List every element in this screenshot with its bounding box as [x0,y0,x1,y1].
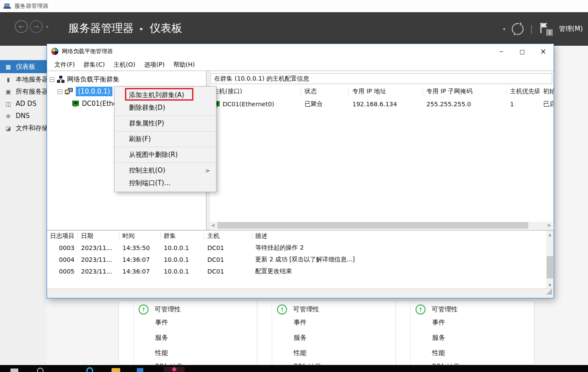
log-cell-entry: 0005 [47,268,78,275]
horizontal-scrollbar-thumb[interactable] [217,222,528,229]
tile-link-services[interactable]: 服务 [294,334,307,342]
dashboard-tile: ↑ 可管理性 事件 服务 性能 BPA 结果 [118,301,257,365]
column-header-dedicated-ip[interactable]: 专用 IP 地址 [349,87,423,96]
log-column-date[interactable]: 日期 [78,232,119,240]
tile-link-performance[interactable]: 性能 [432,349,445,357]
log-panel: 日志项目 日期 时间 群集 主机 描述 0003 2023/11... 14:3… [47,230,554,289]
tile-link-events[interactable]: 事件 [294,318,307,327]
tile-link-services[interactable]: 服务 [155,334,168,342]
log-cell-description: 等待挂起的操作 2 [252,244,546,252]
menu-item-cluster-properties[interactable]: 群集属性(P) [115,117,216,130]
column-header-host-interface[interactable]: 主机(接口) [210,87,301,96]
scroll-up-icon[interactable]: ∧ [546,231,554,238]
menu-item-control-host[interactable]: 控制主机(O) > [115,164,216,177]
menu-item-delete-cluster[interactable]: 删除群集(D) [115,101,216,114]
sidebar-item-label: 仪表板 [16,63,35,71]
column-header-priority[interactable]: 主机优先级 [507,87,540,96]
scroll-left-icon[interactable]: < [210,222,217,229]
host-table-row[interactable]: DC01(Ethernet0) 已聚合 192.168.6.134 255.25… [210,98,554,110]
tile-title[interactable]: 可管理性 [293,305,319,314]
forward-button[interactable]: → [30,20,43,33]
vertical-scrollbar-thumb[interactable] [547,256,553,278]
sidebar-item-dns[interactable]: ⊕ DNS [0,110,47,122]
log-row[interactable]: 0004 2023/11... 14:36:07 10.0.0.1 DC01 更… [47,254,546,265]
breadcrumb-current[interactable]: 仪表板 [150,21,182,35]
log-column-description[interactable]: 描述 [252,232,546,240]
nav-history-caret-icon[interactable]: ▾ [46,24,48,29]
cluster-info-bar: 在群集 (10.0.0.1) 的主机配置信息 [210,73,552,84]
resize-grip[interactable] [547,288,552,297]
notification-badge[interactable]: 1 [546,29,553,36]
menu-help[interactable]: 帮助(H) [169,61,199,69]
log-column-time[interactable]: 时间 [119,232,161,240]
menu-options[interactable]: 选项(P) [140,61,169,69]
taskbar-start-button[interactable] [10,369,18,372]
local-server-icon: ▮ [5,76,12,83]
sidebar-item-ad-ds[interactable]: ◫ AD DS [0,98,47,110]
menu-separator [115,162,216,163]
sidebar-item-dashboard[interactable]: ▦ 仪表板 [0,60,47,73]
back-button[interactable]: ← [15,20,28,33]
column-header-initial-state[interactable]: 初始主机状态 [540,87,554,96]
taskbar-app-icon[interactable] [164,367,185,372]
log-cell-description: 配置更改结束 [252,267,546,275]
notifications-flag-button[interactable]: 1 [539,22,550,35]
maximize-button[interactable]: □ [512,44,533,59]
sidebar-item-local-server[interactable]: ▮ 本地服务器 [0,73,47,85]
log-column-host[interactable]: 主机 [204,232,252,240]
log-row[interactable]: 0003 2023/11... 14:35:50 10.0.0.1 DC01 等… [47,242,546,254]
menu-item-control-ports[interactable]: 控制端口(T)... [115,177,216,189]
nlb-titlebar[interactable]: 网络负载平衡管理器 ─ □ × [47,44,554,59]
scroll-right-icon[interactable]: > [545,222,553,229]
menu-file[interactable]: 文件(F) [50,61,79,69]
tile-title[interactable]: 可管理性 [432,305,458,314]
log-column-entry[interactable]: 日志项目 [47,232,78,240]
taskbar-window-icon[interactable] [137,368,143,372]
taskbar-search-icon[interactable] [37,368,44,372]
log-row[interactable]: 0005 2023/11... 14:36:07 10.0.0.1 DC01 配… [47,265,546,277]
column-header-status[interactable]: 状态 [301,87,349,96]
menu-item-label: 控制主机(O) [129,166,166,175]
log-cell-host: DC01 [204,268,252,275]
breadcrumb-root[interactable]: 服务器管理器 [68,21,134,35]
log-column-cluster[interactable]: 群集 [161,232,204,240]
tile-divider [133,301,134,365]
close-button[interactable]: × [533,44,554,59]
taskbar-ie-icon[interactable] [86,367,93,372]
sidebar-item-all-servers[interactable]: ▣ 所有服务器 [0,85,47,98]
menu-cluster[interactable]: 群集(C) [79,61,109,69]
tile-link-events[interactable]: 事件 [432,318,445,327]
taskbar-explorer-icon[interactable] [112,368,120,372]
manage-menu[interactable]: 管理(M) [559,25,583,33]
menu-item-refresh[interactable]: 刷新(F) [115,133,216,145]
log-cell-host: DC01 [204,256,252,263]
vertical-scrollbar[interactable]: ∧ ∨ [546,230,554,289]
nlb-window-title: 网络负载平衡管理器 [62,47,113,55]
maximize-icon: □ [520,48,525,55]
tile-link-services[interactable]: 服务 [432,334,445,342]
server-caret-icon[interactable]: ▾ [503,27,505,31]
status-bar [47,288,554,298]
log-cell-date: 2023/11... [78,256,119,263]
collapse-icon[interactable]: − [50,77,54,82]
tile-link-performance[interactable]: 性能 [155,349,168,357]
tile-title[interactable]: 可管理性 [155,305,181,314]
horizontal-scrollbar[interactable]: < > [210,222,553,229]
column-header-subnet-mask[interactable]: 专用 IP 子网掩码 [423,87,507,96]
sidebar-item-file-storage[interactable]: ◪ 文件和存储服务 [0,122,47,134]
tree-cluster-label-selected[interactable]: (10.0.0.1) [76,87,112,96]
tile-link-performance[interactable]: 性能 [294,349,307,357]
tile-link-events[interactable]: 事件 [155,318,168,327]
menu-separator [115,115,216,116]
scroll-down-icon[interactable]: ∨ [546,281,554,288]
host-icon [72,101,79,107]
diamond-icon [172,367,176,372]
menu-item-remove-from-view[interactable]: 从视图中删除(R) [115,149,216,161]
collapse-icon[interactable]: − [57,89,62,94]
tree-root-label[interactable]: 网络负载平衡群集 [67,75,119,84]
refresh-icon[interactable] [512,23,524,35]
tree-node-root[interactable]: − 网络负载平衡群集 [47,73,206,85]
menu-host[interactable]: 主机(O) [109,61,140,69]
dashboard-icon: ▦ [5,64,12,70]
minimize-button[interactable]: ─ [491,44,512,59]
